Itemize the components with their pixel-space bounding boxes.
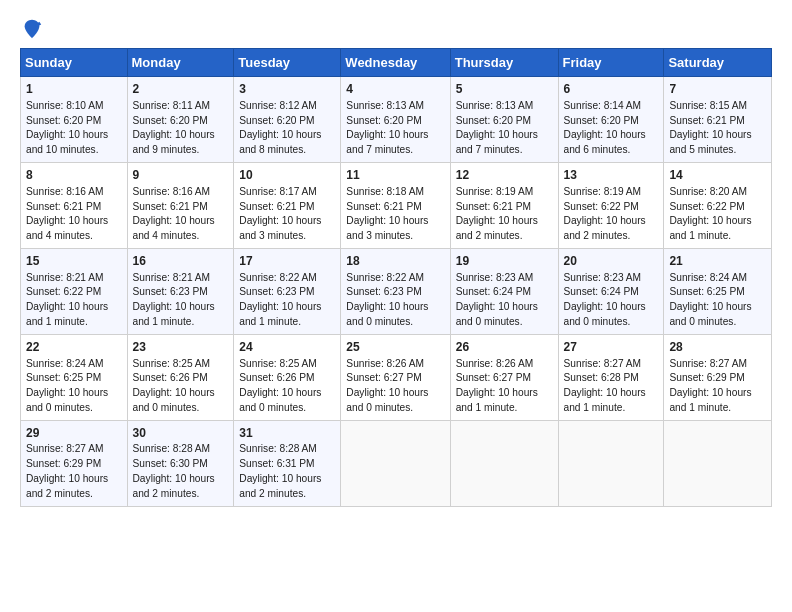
day-info: Sunrise: 8:27 AMSunset: 6:29 PMDaylight:…	[26, 442, 122, 501]
week-row-3: 22Sunrise: 8:24 AMSunset: 6:25 PMDayligh…	[21, 334, 772, 420]
day-number: 2	[133, 81, 229, 98]
day-number: 7	[669, 81, 766, 98]
day-number: 19	[456, 253, 553, 270]
calendar-cell: 10Sunrise: 8:17 AMSunset: 6:21 PMDayligh…	[234, 162, 341, 248]
day-number: 27	[564, 339, 659, 356]
day-info: Sunrise: 8:14 AMSunset: 6:20 PMDaylight:…	[564, 99, 659, 158]
day-number: 30	[133, 425, 229, 442]
day-info: Sunrise: 8:28 AMSunset: 6:30 PMDaylight:…	[133, 442, 229, 501]
day-info: Sunrise: 8:23 AMSunset: 6:24 PMDaylight:…	[564, 271, 659, 330]
day-number: 14	[669, 167, 766, 184]
day-number: 11	[346, 167, 444, 184]
day-info: Sunrise: 8:16 AMSunset: 6:21 PMDaylight:…	[26, 185, 122, 244]
calendar-cell	[664, 420, 772, 506]
calendar-cell: 26Sunrise: 8:26 AMSunset: 6:27 PMDayligh…	[450, 334, 558, 420]
calendar-cell: 21Sunrise: 8:24 AMSunset: 6:25 PMDayligh…	[664, 248, 772, 334]
day-info: Sunrise: 8:18 AMSunset: 6:21 PMDaylight:…	[346, 185, 444, 244]
day-number: 22	[26, 339, 122, 356]
calendar-cell: 14Sunrise: 8:20 AMSunset: 6:22 PMDayligh…	[664, 162, 772, 248]
calendar-cell: 22Sunrise: 8:24 AMSunset: 6:25 PMDayligh…	[21, 334, 128, 420]
calendar-cell: 11Sunrise: 8:18 AMSunset: 6:21 PMDayligh…	[341, 162, 450, 248]
header-day-friday: Friday	[558, 49, 664, 77]
day-number: 17	[239, 253, 335, 270]
day-number: 18	[346, 253, 444, 270]
day-number: 25	[346, 339, 444, 356]
header-row	[20, 18, 772, 40]
day-info: Sunrise: 8:21 AMSunset: 6:22 PMDaylight:…	[26, 271, 122, 330]
calendar-cell: 5Sunrise: 8:13 AMSunset: 6:20 PMDaylight…	[450, 77, 558, 163]
day-info: Sunrise: 8:11 AMSunset: 6:20 PMDaylight:…	[133, 99, 229, 158]
week-row-0: 1Sunrise: 8:10 AMSunset: 6:20 PMDaylight…	[21, 77, 772, 163]
day-number: 26	[456, 339, 553, 356]
week-row-1: 8Sunrise: 8:16 AMSunset: 6:21 PMDaylight…	[21, 162, 772, 248]
day-number: 21	[669, 253, 766, 270]
header-day-monday: Monday	[127, 49, 234, 77]
calendar-cell: 12Sunrise: 8:19 AMSunset: 6:21 PMDayligh…	[450, 162, 558, 248]
week-row-4: 29Sunrise: 8:27 AMSunset: 6:29 PMDayligh…	[21, 420, 772, 506]
day-info: Sunrise: 8:19 AMSunset: 6:21 PMDaylight:…	[456, 185, 553, 244]
day-info: Sunrise: 8:27 AMSunset: 6:28 PMDaylight:…	[564, 357, 659, 416]
day-info: Sunrise: 8:12 AMSunset: 6:20 PMDaylight:…	[239, 99, 335, 158]
logo	[20, 18, 43, 40]
calendar-cell	[558, 420, 664, 506]
day-number: 23	[133, 339, 229, 356]
day-info: Sunrise: 8:13 AMSunset: 6:20 PMDaylight:…	[346, 99, 444, 158]
day-info: Sunrise: 8:23 AMSunset: 6:24 PMDaylight:…	[456, 271, 553, 330]
calendar-cell: 2Sunrise: 8:11 AMSunset: 6:20 PMDaylight…	[127, 77, 234, 163]
day-info: Sunrise: 8:24 AMSunset: 6:25 PMDaylight:…	[669, 271, 766, 330]
day-number: 24	[239, 339, 335, 356]
calendar-table: SundayMondayTuesdayWednesdayThursdayFrid…	[20, 48, 772, 507]
day-number: 4	[346, 81, 444, 98]
day-number: 8	[26, 167, 122, 184]
day-info: Sunrise: 8:28 AMSunset: 6:31 PMDaylight:…	[239, 442, 335, 501]
calendar-cell: 16Sunrise: 8:21 AMSunset: 6:23 PMDayligh…	[127, 248, 234, 334]
calendar-cell: 7Sunrise: 8:15 AMSunset: 6:21 PMDaylight…	[664, 77, 772, 163]
day-number: 10	[239, 167, 335, 184]
day-info: Sunrise: 8:10 AMSunset: 6:20 PMDaylight:…	[26, 99, 122, 158]
calendar-cell: 15Sunrise: 8:21 AMSunset: 6:22 PMDayligh…	[21, 248, 128, 334]
day-info: Sunrise: 8:13 AMSunset: 6:20 PMDaylight:…	[456, 99, 553, 158]
day-info: Sunrise: 8:17 AMSunset: 6:21 PMDaylight:…	[239, 185, 335, 244]
day-number: 31	[239, 425, 335, 442]
calendar-cell: 18Sunrise: 8:22 AMSunset: 6:23 PMDayligh…	[341, 248, 450, 334]
header-day-tuesday: Tuesday	[234, 49, 341, 77]
day-info: Sunrise: 8:16 AMSunset: 6:21 PMDaylight:…	[133, 185, 229, 244]
day-number: 16	[133, 253, 229, 270]
day-number: 3	[239, 81, 335, 98]
calendar-cell: 17Sunrise: 8:22 AMSunset: 6:23 PMDayligh…	[234, 248, 341, 334]
header-day-thursday: Thursday	[450, 49, 558, 77]
day-info: Sunrise: 8:25 AMSunset: 6:26 PMDaylight:…	[133, 357, 229, 416]
header-day-saturday: Saturday	[664, 49, 772, 77]
day-info: Sunrise: 8:19 AMSunset: 6:22 PMDaylight:…	[564, 185, 659, 244]
day-number: 15	[26, 253, 122, 270]
week-row-2: 15Sunrise: 8:21 AMSunset: 6:22 PMDayligh…	[21, 248, 772, 334]
day-number: 9	[133, 167, 229, 184]
day-number: 29	[26, 425, 122, 442]
header-day-wednesday: Wednesday	[341, 49, 450, 77]
calendar-cell	[341, 420, 450, 506]
day-number: 28	[669, 339, 766, 356]
day-number: 13	[564, 167, 659, 184]
header-day-sunday: Sunday	[21, 49, 128, 77]
calendar-cell: 1Sunrise: 8:10 AMSunset: 6:20 PMDaylight…	[21, 77, 128, 163]
day-number: 5	[456, 81, 553, 98]
day-info: Sunrise: 8:26 AMSunset: 6:27 PMDaylight:…	[346, 357, 444, 416]
calendar-cell: 28Sunrise: 8:27 AMSunset: 6:29 PMDayligh…	[664, 334, 772, 420]
day-info: Sunrise: 8:20 AMSunset: 6:22 PMDaylight:…	[669, 185, 766, 244]
calendar-cell: 23Sunrise: 8:25 AMSunset: 6:26 PMDayligh…	[127, 334, 234, 420]
calendar-cell: 4Sunrise: 8:13 AMSunset: 6:20 PMDaylight…	[341, 77, 450, 163]
calendar-cell: 20Sunrise: 8:23 AMSunset: 6:24 PMDayligh…	[558, 248, 664, 334]
day-info: Sunrise: 8:21 AMSunset: 6:23 PMDaylight:…	[133, 271, 229, 330]
day-number: 12	[456, 167, 553, 184]
calendar-cell: 9Sunrise: 8:16 AMSunset: 6:21 PMDaylight…	[127, 162, 234, 248]
day-number: 20	[564, 253, 659, 270]
day-number: 1	[26, 81, 122, 98]
calendar-cell: 19Sunrise: 8:23 AMSunset: 6:24 PMDayligh…	[450, 248, 558, 334]
page: SundayMondayTuesdayWednesdayThursdayFrid…	[0, 0, 792, 612]
day-info: Sunrise: 8:22 AMSunset: 6:23 PMDaylight:…	[346, 271, 444, 330]
calendar-cell: 13Sunrise: 8:19 AMSunset: 6:22 PMDayligh…	[558, 162, 664, 248]
calendar-cell: 3Sunrise: 8:12 AMSunset: 6:20 PMDaylight…	[234, 77, 341, 163]
header-row-days: SundayMondayTuesdayWednesdayThursdayFrid…	[21, 49, 772, 77]
day-number: 6	[564, 81, 659, 98]
calendar-cell: 6Sunrise: 8:14 AMSunset: 6:20 PMDaylight…	[558, 77, 664, 163]
